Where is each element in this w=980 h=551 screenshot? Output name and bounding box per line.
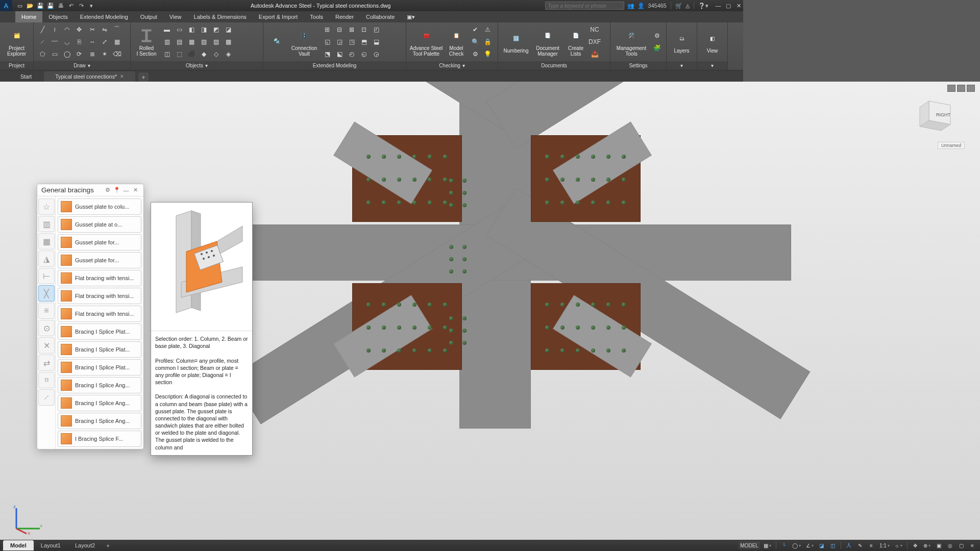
arc-icon[interactable]: ◠ <box>61 24 72 35</box>
panel-label-view[interactable]: ▾ <box>697 61 727 70</box>
ribbon-tab-collaborate[interactable]: Collaborate <box>360 11 401 22</box>
qat-new-icon[interactable]: ▭ <box>15 2 24 10</box>
obj-icon[interactable]: ▩ <box>223 36 234 47</box>
tab-start[interactable]: Start <box>9 71 43 82</box>
obj-icon[interactable]: ▨ <box>210 36 222 47</box>
offset-icon[interactable]: ≣ <box>87 48 98 60</box>
ellipse-arc-icon[interactable]: ◡ <box>61 36 72 47</box>
ribbon-tab-view[interactable]: View <box>163 11 188 22</box>
obj-icon[interactable]: ◫ <box>161 48 173 60</box>
create-lists-button[interactable]: 📄Create Lists <box>565 23 587 60</box>
palette-tab-selected[interactable]: ╳ <box>38 285 55 302</box>
panel-label-checking[interactable]: Checking ▾ <box>406 61 498 70</box>
ribbon-tab-home[interactable]: Home <box>15 11 42 22</box>
ribbon-tab-labels[interactable]: Labels & Dimensions <box>188 11 253 22</box>
check-icon[interactable]: 🔒 <box>482 36 493 47</box>
palette-item[interactable]: Bracing I Splice Plat... <box>58 323 141 340</box>
qat-saveas-icon[interactable]: 💾 <box>46 2 55 10</box>
obj-icon[interactable]: ◩ <box>210 24 222 35</box>
line-icon[interactable]: ╱ <box>37 24 48 35</box>
palette-item[interactable]: Bracing I Splice Ang... <box>58 377 141 393</box>
connection-vault-button[interactable]: 🗄️Connection Vault <box>289 23 320 60</box>
construction-line-icon[interactable]: ⟋ <box>37 36 48 47</box>
tool-palette[interactable]: General bracings ⚙ 📍 — ✕ ☆ ▥ ▦ ◮ ⊢ ╳ ≡ ⊙… <box>37 184 144 416</box>
settings-icon[interactable]: 🧩 <box>651 42 663 54</box>
rect-icon[interactable]: ▭ <box>49 48 60 60</box>
move-icon[interactable]: ✥ <box>74 24 85 35</box>
obj-icon[interactable]: ◧ <box>186 24 197 35</box>
mirror-icon[interactable]: ⇋ <box>99 24 110 35</box>
obj-icon[interactable]: ◨ <box>198 24 209 35</box>
cart-icon[interactable]: 🛒 <box>675 3 682 9</box>
palette-tab[interactable]: ✕ <box>38 337 55 354</box>
tab-file[interactable]: Typical steel connections*✕ <box>44 71 135 82</box>
restore-button[interactable]: ▢ <box>724 2 733 9</box>
obj-icon[interactable]: ◆ <box>198 48 209 60</box>
pin-icon[interactable]: 📍 <box>113 186 121 194</box>
obj-icon[interactable]: ◇ <box>210 48 222 60</box>
minimize-icon[interactable]: — <box>122 186 130 194</box>
ext-icon[interactable]: ⬒ <box>358 36 370 47</box>
trim-icon[interactable]: ✂ <box>87 24 98 35</box>
check-icon[interactable]: 🔍 <box>470 36 481 47</box>
check-icon[interactable]: 💡 <box>482 48 493 60</box>
ext-icon[interactable]: ◶ <box>371 48 382 60</box>
obj-icon[interactable]: ⬛ <box>186 48 197 60</box>
qat-save-icon[interactable]: 💾 <box>36 2 45 10</box>
palette-item[interactable]: Gusset plate at o... <box>58 216 141 233</box>
add-tab-button[interactable]: ＋ <box>138 72 149 82</box>
viewport-3d[interactable]: RIGHT Unnamed Z Y X General bracings ⚙ 📍… <box>0 82 743 416</box>
polyline-icon[interactable]: ≀ <box>49 24 60 35</box>
close-icon[interactable]: ✕ <box>131 186 139 194</box>
ribbon-tab-render[interactable]: Render <box>329 11 360 22</box>
palette-item[interactable]: Bracing I Splice Plat... <box>58 341 141 358</box>
palette-tab[interactable]: ◮ <box>38 251 55 267</box>
obj-icon[interactable]: ◪ <box>223 24 234 35</box>
check-icon[interactable]: ⚙ <box>470 48 481 60</box>
obj-icon[interactable]: ▤ <box>174 36 185 47</box>
doc-icon[interactable]: 📤 <box>589 48 600 60</box>
palette-tab[interactable]: ⌗ <box>38 372 55 388</box>
scale-icon[interactable]: ⤢ <box>99 36 110 47</box>
obj-icon[interactable]: ▭ <box>174 24 185 35</box>
ribbon-tab-extended-modeling[interactable]: Extended Modeling <box>74 11 134 22</box>
ext-icon[interactable]: ⬕ <box>334 48 345 60</box>
obj-icon[interactable]: ▬ <box>161 24 173 35</box>
spline-icon[interactable]: 〰 <box>49 36 60 47</box>
palette-item[interactable]: Flat bracing with tensi... <box>58 288 141 304</box>
user-icon[interactable]: 👤 <box>638 3 645 9</box>
app-logo[interactable]: A <box>0 0 12 11</box>
document-manager-button[interactable]: 📑Document Manager <box>533 23 562 60</box>
rolled-isection-button[interactable]: Rolled I Section <box>134 23 159 60</box>
qat-print-icon[interactable]: 🖶 <box>56 2 65 10</box>
panel-label-objects[interactable]: Objects ▾ <box>131 61 263 70</box>
circle-icon[interactable]: ◯ <box>61 48 72 60</box>
fillet-icon[interactable]: ⌒ <box>111 24 122 35</box>
ribbon-tab-objects[interactable]: Objects <box>42 11 74 22</box>
palette-item[interactable]: Bracing I Splice Plat... <box>58 359 141 375</box>
palette-item[interactable]: Gusset plate for... <box>58 252 141 268</box>
palette-tab[interactable]: ⊢ <box>38 268 55 284</box>
ext-icon[interactable]: ⊡ <box>358 24 370 35</box>
exchange-icon[interactable]: ◬ <box>685 3 690 9</box>
gear-icon[interactable]: ⚙ <box>104 186 112 194</box>
palette-tab[interactable]: ⇄ <box>38 355 55 371</box>
ribbon-tab-tools[interactable]: Tools <box>304 11 329 22</box>
ext-icon[interactable]: ◲ <box>334 36 345 47</box>
doc-icon[interactable]: DXF <box>589 36 600 47</box>
panel-label-layers[interactable]: ▾ <box>667 61 697 70</box>
view-button[interactable]: ◧View <box>700 23 724 60</box>
palette-item[interactable]: Bracing I Splice Ang... <box>58 413 141 416</box>
palette-tab[interactable]: ▥ <box>38 216 55 232</box>
project-explorer-button[interactable]: 🗂️Project Explorer <box>3 23 30 60</box>
obj-icon[interactable]: ⬚ <box>174 48 185 60</box>
qat-open-icon[interactable]: 📂 <box>26 2 35 10</box>
signin-icon[interactable]: 👥 <box>627 3 634 9</box>
ext-icon[interactable]: ◰ <box>371 24 382 35</box>
array-icon[interactable]: ▦ <box>111 36 122 47</box>
copy-icon[interactable]: ⎘ <box>74 36 85 47</box>
palette-item[interactable]: Gusset plate to colu... <box>58 198 141 215</box>
rotate-icon[interactable]: ⟳ <box>74 48 85 60</box>
obj-icon[interactable]: ▦ <box>186 36 197 47</box>
help-icon[interactable]: ❔▾ <box>698 3 708 9</box>
